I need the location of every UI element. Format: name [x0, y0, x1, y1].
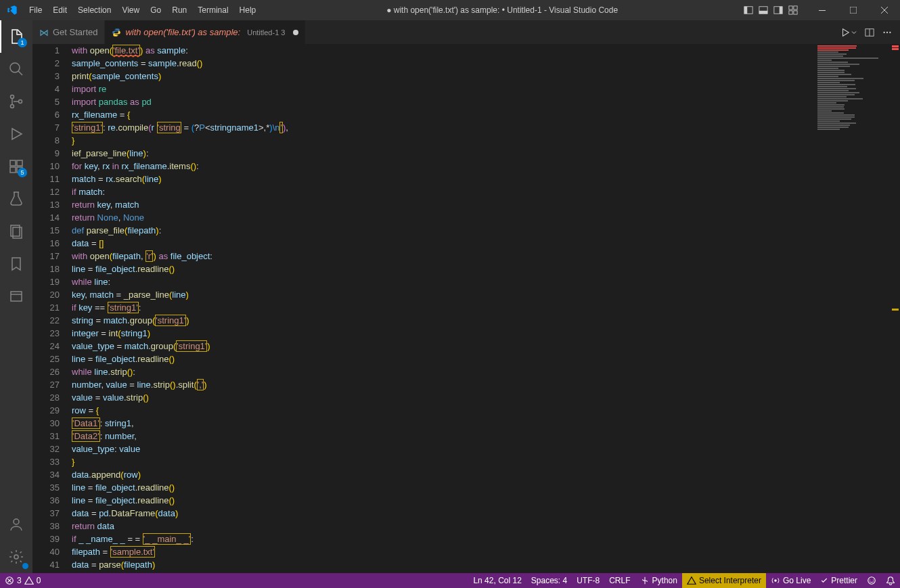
split-editor-icon[interactable] — [865, 28, 874, 37]
svg-point-32 — [868, 577, 876, 585]
search-icon[interactable] — [0, 53, 32, 85]
svg-rect-10 — [819, 10, 826, 11]
cursor-position[interactable]: Ln 42, Col 12 — [468, 573, 526, 588]
menu-run[interactable]: Run — [166, 0, 192, 20]
svg-rect-3 — [759, 11, 767, 14]
explorer-badge: 1 — [18, 38, 27, 47]
indentation-status[interactable]: Spaces: 4 — [526, 573, 572, 588]
extensions-badge: 5 — [18, 168, 27, 177]
menu-edit[interactable]: Edit — [47, 0, 72, 20]
window-controls — [807, 0, 900, 20]
more-actions-icon[interactable] — [882, 28, 892, 37]
line-numbers: 1234567891011121314151617181920212223242… — [32, 44, 72, 573]
svg-rect-19 — [17, 160, 22, 166]
settings-update-badge — [22, 563, 28, 569]
svg-point-14 — [11, 105, 14, 108]
problems-status[interactable]: 3 0 — [0, 573, 45, 588]
panel-bottom-icon[interactable] — [758, 5, 769, 16]
svg-point-12 — [10, 63, 20, 72]
svg-rect-11 — [850, 7, 857, 14]
menu-bar: FileEditSelectionViewGoRunTerminalHelp — [24, 0, 261, 20]
references-icon[interactable] — [0, 215, 32, 248]
svg-rect-22 — [11, 292, 22, 301]
tab-desc: Untitled-1 3 — [247, 28, 285, 37]
encoding-status[interactable]: UTF-8 — [572, 573, 604, 588]
close-button[interactable] — [869, 0, 900, 20]
minimap[interactable] — [816, 44, 891, 573]
code-content[interactable]: with open('file.txt') as sample:sample_c… — [72, 44, 900, 573]
menu-view[interactable]: View — [116, 0, 145, 20]
tab-get-started[interactable]: ⋈ Get Started — [32, 20, 105, 44]
code-editor[interactable]: 1234567891011121314151617181920212223242… — [32, 44, 900, 573]
menu-selection[interactable]: Selection — [72, 0, 116, 20]
settings-gear-icon[interactable] — [0, 541, 32, 573]
svg-rect-7 — [794, 6, 797, 9]
menu-go[interactable]: Go — [145, 0, 166, 20]
tab-label: with open('file.txt') as sample: — [125, 27, 240, 37]
python-icon — [112, 28, 121, 37]
select-interpreter[interactable]: Select Interpreter — [682, 573, 766, 588]
editor-actions — [832, 20, 900, 44]
source-control-icon[interactable] — [0, 85, 32, 118]
vscode-logo-icon — [0, 5, 24, 16]
svg-point-15 — [19, 100, 22, 104]
panel-left-icon[interactable] — [743, 5, 754, 16]
go-live[interactable]: Go Live — [766, 573, 815, 588]
eol-status[interactable]: CRLF — [604, 573, 635, 588]
layout-controls[interactable] — [743, 5, 798, 16]
explorer-icon[interactable]: 1 — [0, 20, 32, 53]
minimize-button[interactable] — [807, 0, 838, 20]
activity-bar: 1 5 — [0, 20, 32, 573]
run-debug-icon[interactable] — [0, 118, 32, 150]
titlebar: FileEditSelectionViewGoRunTerminalHelp ●… — [0, 0, 900, 20]
notifications-icon[interactable] — [881, 573, 900, 588]
feedback-icon[interactable] — [862, 573, 881, 588]
tab-label: Get Started — [53, 27, 97, 37]
tab-bar: ⋈ Get Started with open('file.txt') as s… — [32, 20, 900, 44]
dirty-indicator: ● — [386, 5, 391, 15]
svg-point-24 — [14, 555, 18, 559]
menu-help[interactable]: Help — [234, 0, 262, 20]
svg-rect-1 — [744, 7, 747, 14]
menu-terminal[interactable]: Terminal — [192, 0, 233, 20]
dirty-dot-icon — [293, 30, 298, 35]
menu-file[interactable]: File — [24, 0, 47, 20]
svg-rect-5 — [780, 7, 782, 14]
bookmark-icon[interactable] — [0, 248, 32, 280]
extensions-icon[interactable]: 5 — [0, 150, 32, 183]
panel-right-icon[interactable] — [773, 5, 784, 16]
svg-point-23 — [14, 519, 19, 524]
svg-rect-17 — [10, 167, 16, 173]
svg-point-28 — [886, 31, 888, 32]
project-icon[interactable] — [0, 280, 32, 313]
tab-untitled-1[interactable]: with open('file.txt') as sample: Untitle… — [105, 20, 306, 44]
svg-rect-16 — [10, 160, 16, 166]
accounts-icon[interactable] — [0, 508, 32, 541]
svg-point-31 — [774, 579, 777, 582]
run-button[interactable] — [840, 28, 857, 37]
svg-rect-8 — [789, 11, 792, 14]
window-title: ● with open('file.txt') as sample: • Unt… — [261, 5, 743, 15]
vscode-icon: ⋈ — [39, 27, 49, 38]
svg-rect-6 — [789, 6, 792, 9]
maximize-button[interactable] — [838, 0, 869, 20]
svg-point-29 — [889, 31, 891, 32]
scrollbar[interactable] — [891, 44, 900, 573]
language-mode[interactable]: Python — [635, 573, 682, 588]
svg-point-13 — [11, 95, 14, 99]
svg-rect-9 — [794, 11, 797, 14]
editor-area: ⋈ Get Started with open('file.txt') as s… — [32, 20, 900, 573]
prettier-status[interactable]: Prettier — [815, 573, 862, 588]
status-bar: 3 0 Ln 42, Col 12 Spaces: 4 UTF-8 CRLF P… — [0, 573, 900, 588]
customize-layout-icon[interactable] — [788, 5, 798, 16]
testing-icon[interactable] — [0, 183, 32, 215]
svg-point-27 — [883, 31, 884, 32]
